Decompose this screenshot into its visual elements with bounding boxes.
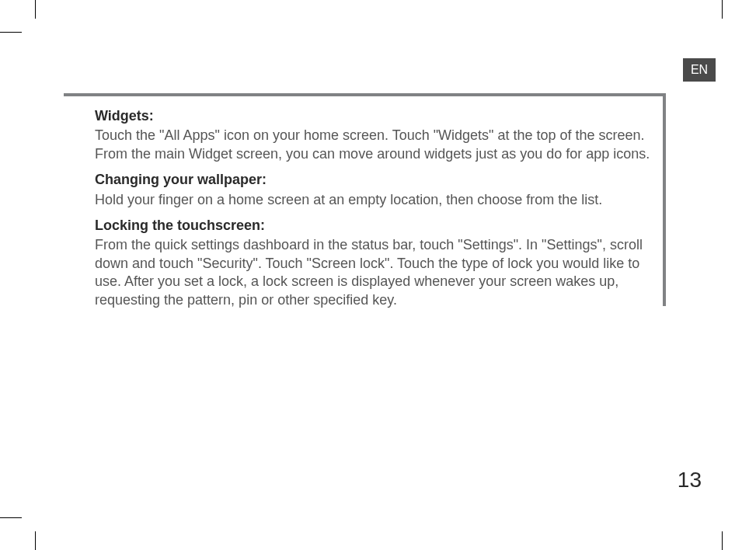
body-locking: From the quick settings dashboard in the… (95, 236, 658, 309)
page-number: 13 (678, 468, 702, 493)
heading-locking: Locking the touchscreen: (95, 217, 658, 235)
crop-mark (0, 32, 22, 33)
heading-widgets: Widgets: (95, 107, 658, 125)
crop-mark (0, 517, 22, 518)
language-tab: EN (683, 58, 716, 82)
body-wallpaper: Hold your finger on a home screen at an … (95, 191, 658, 209)
section-widgets: Widgets: Touch the "All Apps" icon on yo… (95, 107, 658, 163)
body-widgets: Touch the "All Apps" icon on your home s… (95, 127, 658, 163)
crop-mark (722, 0, 723, 19)
section-locking: Locking the touchscreen: From the quick … (95, 217, 658, 309)
crop-mark (35, 531, 36, 550)
heading-wallpaper: Changing your wallpaper: (95, 171, 658, 189)
section-wallpaper: Changing your wallpaper: Hold your finge… (95, 171, 658, 209)
crop-mark (35, 0, 36, 19)
language-label: EN (691, 63, 708, 77)
side-rule (663, 96, 666, 306)
top-rule (64, 93, 666, 96)
content-area: Widgets: Touch the "All Apps" icon on yo… (95, 107, 658, 317)
crop-mark (722, 531, 723, 550)
